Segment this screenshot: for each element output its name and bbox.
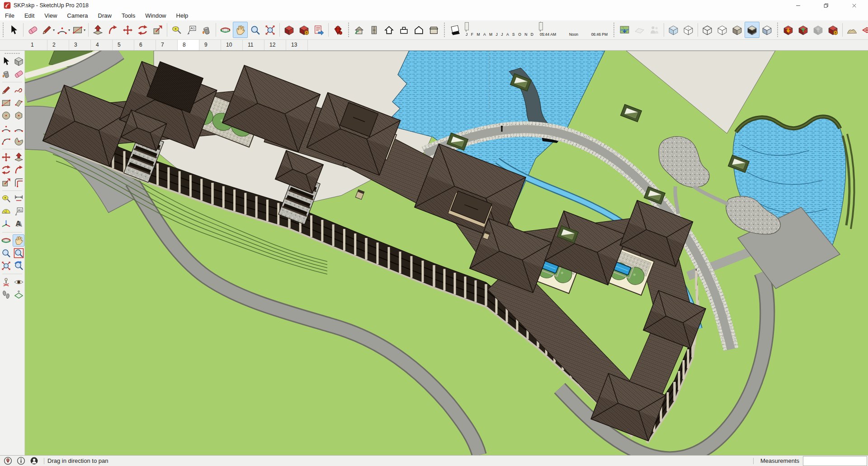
previous-view-tool-button[interactable] bbox=[13, 260, 24, 272]
rotated-rectangle-tool-button[interactable] bbox=[13, 97, 24, 109]
scene-tab-4[interactable]: 4 bbox=[91, 40, 113, 50]
style-back-edges-button[interactable] bbox=[681, 22, 696, 38]
scene-tab-3[interactable]: 3 bbox=[69, 40, 91, 50]
shadow-time-track[interactable] bbox=[540, 23, 541, 32]
arc-tool-button[interactable] bbox=[13, 122, 24, 134]
offset-tool-button[interactable] bbox=[13, 176, 24, 189]
pan-button[interactable] bbox=[233, 22, 248, 38]
menu-draw[interactable]: Draw bbox=[93, 11, 117, 20]
viewport[interactable] bbox=[25, 51, 868, 455]
arc-dropdown-arrow[interactable]: ▾ bbox=[68, 28, 70, 32]
photo-textures-button[interactable] bbox=[647, 22, 662, 38]
arc-button[interactable]: ▾ bbox=[56, 22, 71, 38]
component-shed-button[interactable] bbox=[426, 22, 441, 38]
sandbox-from-contours-button[interactable] bbox=[844, 22, 859, 38]
zoom-button[interactable] bbox=[248, 22, 263, 38]
scene-tab-8[interactable]: 8 bbox=[178, 40, 199, 50]
scale-button[interactable] bbox=[150, 22, 165, 38]
toolbar-grip[interactable] bbox=[613, 23, 615, 37]
shadows-toggle-button[interactable] bbox=[448, 22, 462, 38]
orbit-button[interactable] bbox=[218, 22, 233, 38]
zoom-window-tool-button[interactable] bbox=[13, 247, 24, 259]
measurements-input[interactable] bbox=[803, 456, 867, 466]
menu-view[interactable]: View bbox=[39, 11, 62, 20]
rectangle-dropdown-arrow[interactable]: ▾ bbox=[84, 28, 85, 32]
menu-edit[interactable]: Edit bbox=[19, 11, 39, 20]
add-location-button[interactable] bbox=[617, 22, 632, 38]
style-hidden-line-button[interactable] bbox=[715, 22, 730, 38]
scene-tab-11[interactable]: 11 bbox=[243, 40, 264, 50]
paint-bucket-button[interactable] bbox=[199, 22, 214, 38]
3d-warehouse-button[interactable] bbox=[282, 22, 297, 38]
scene-tab-1[interactable]: 1 bbox=[26, 40, 47, 50]
shadow-time-thumb[interactable] bbox=[539, 22, 543, 30]
scene-tab-2[interactable]: 2 bbox=[47, 40, 69, 50]
menu-file[interactable]: File bbox=[0, 11, 19, 20]
push-pull-button[interactable] bbox=[90, 22, 105, 38]
extension-warehouse-button[interactable] bbox=[297, 22, 311, 38]
scene-tab-13[interactable]: 13 bbox=[286, 40, 308, 50]
toggle-terrain-button[interactable] bbox=[632, 22, 647, 38]
follow-me-button[interactable] bbox=[105, 22, 120, 38]
two-point-arc-tool-button[interactable] bbox=[0, 122, 12, 134]
get-models-button[interactable] bbox=[781, 22, 796, 38]
follow-me-tool-button[interactable] bbox=[13, 164, 24, 176]
credits-info-icon[interactable] bbox=[17, 456, 25, 465]
three-point-arc-tool-button[interactable] bbox=[0, 135, 12, 147]
freehand-tool-button[interactable] bbox=[13, 84, 24, 96]
sandbox-from-scratch-button[interactable] bbox=[859, 22, 868, 38]
menu-help[interactable]: Help bbox=[171, 11, 193, 20]
pie-tool-button[interactable] bbox=[13, 135, 24, 147]
style-monochrome-button[interactable] bbox=[760, 22, 774, 38]
upload-component-button[interactable] bbox=[811, 22, 826, 38]
upload-model-button[interactable] bbox=[796, 22, 811, 38]
tape-measure-button[interactable] bbox=[169, 22, 184, 38]
minimize-button[interactable] bbox=[784, 0, 812, 11]
zoom-extents-tool-button[interactable] bbox=[0, 260, 12, 272]
geolocation-status-icon[interactable] bbox=[4, 456, 12, 465]
move-tool-button[interactable] bbox=[0, 151, 12, 163]
select-tool-button[interactable] bbox=[0, 55, 12, 67]
look-around-tool-button[interactable] bbox=[13, 276, 24, 288]
shadow-date-thumb[interactable] bbox=[465, 22, 469, 30]
component-flat-roof-house-button[interactable] bbox=[396, 22, 411, 38]
pan-tool-button[interactable] bbox=[13, 234, 24, 247]
scene-tab-7[interactable]: 7 bbox=[156, 40, 178, 50]
toolbar-grip[interactable] bbox=[348, 23, 349, 37]
toolbar-grip[interactable] bbox=[777, 23, 778, 37]
polygon-tool-button[interactable] bbox=[13, 109, 24, 122]
line-tool-button[interactable] bbox=[0, 84, 12, 96]
menu-window[interactable]: Window bbox=[140, 11, 171, 20]
zoom-tool-button[interactable] bbox=[0, 247, 12, 259]
extension-manager-button[interactable] bbox=[330, 22, 345, 38]
toolbar-grip[interactable] bbox=[2, 23, 4, 37]
account-icon[interactable] bbox=[30, 456, 38, 465]
circle-tool-button[interactable] bbox=[0, 109, 12, 122]
eraser-tool-button[interactable] bbox=[13, 68, 24, 80]
style-shaded-button[interactable] bbox=[730, 22, 745, 38]
paint-bucket-tool-button[interactable] bbox=[0, 68, 12, 80]
scene-tab-9[interactable]: 9 bbox=[199, 40, 221, 50]
move-button[interactable] bbox=[120, 22, 135, 38]
protractor-tool-button[interactable] bbox=[0, 205, 12, 218]
restore-button[interactable] bbox=[812, 0, 840, 11]
dimension-tool-button[interactable] bbox=[13, 193, 24, 205]
shadow-date-track[interactable] bbox=[466, 23, 467, 32]
left-toolbar-grip[interactable] bbox=[4, 52, 20, 54]
scene-tab-12[interactable]: 12 bbox=[264, 40, 286, 50]
zoom-extents-button[interactable] bbox=[263, 22, 278, 38]
style-wireframe-button[interactable] bbox=[700, 22, 715, 38]
shadow-time-slider[interactable]: 05:44 AM Noon 06:46 PM bbox=[540, 24, 608, 37]
rectangle-tool-button[interactable] bbox=[0, 97, 12, 109]
component-cabinet-button[interactable] bbox=[367, 22, 382, 38]
style-shaded-with-textures-button[interactable] bbox=[745, 22, 760, 38]
rotate-tool-button[interactable] bbox=[0, 164, 12, 176]
menu-tools[interactable]: Tools bbox=[117, 11, 140, 20]
select-button[interactable] bbox=[6, 22, 21, 38]
text-tool-button[interactable]: A1 bbox=[13, 205, 24, 218]
text-button[interactable]: A1 bbox=[184, 22, 199, 38]
eraser-button[interactable] bbox=[25, 22, 40, 38]
style-xray-button[interactable] bbox=[666, 22, 681, 38]
line-button[interactable]: ▾ bbox=[40, 22, 56, 38]
section-plane-tool-button[interactable] bbox=[13, 289, 24, 301]
